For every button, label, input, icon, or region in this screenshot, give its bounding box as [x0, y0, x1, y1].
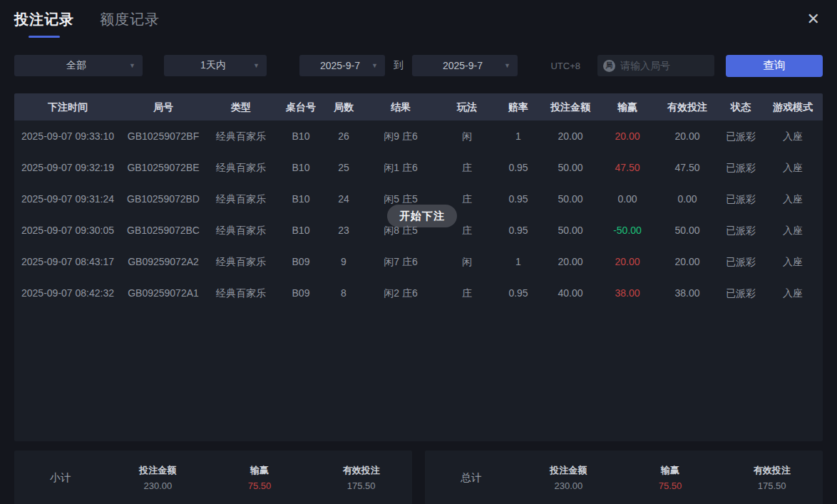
cell-round: 8 — [325, 277, 362, 309]
cell-result: 闲7 庄6 — [362, 246, 439, 277]
cell-game-id: GB10259072BE — [121, 152, 205, 183]
date-to-select[interactable]: 2025-9-7 ▼ — [412, 55, 518, 76]
cell-bet: 50.00 — [542, 183, 599, 215]
cell-time: 2025-09-07 09:30:05 — [14, 215, 121, 246]
total-panel: 总计 投注金额 230.00 输赢 75.50 有效投注 175.50 — [425, 451, 823, 504]
game-id-search[interactable]: 局 — [597, 55, 714, 76]
chevron-down-icon: ▼ — [129, 62, 135, 69]
cell-winloss: 20.00 — [599, 246, 656, 277]
cell-play: 闲 — [439, 120, 495, 152]
cell-game-id: GB09259072A1 — [121, 277, 205, 309]
col-table-no: 桌台号 — [277, 93, 325, 120]
col-bet-amount: 投注金额 — [542, 93, 599, 120]
date-from-select[interactable]: 2025-9-7 ▼ — [299, 55, 385, 76]
cell-odds: 1 — [495, 120, 542, 152]
cell-winloss: 47.50 — [599, 152, 656, 183]
cell-winloss: 38.00 — [599, 277, 656, 309]
col-play: 玩法 — [439, 93, 495, 120]
col-game-id: 局号 — [121, 93, 205, 120]
date-range-select[interactable]: 1天内 ▼ — [164, 55, 267, 76]
cell-status: 已派彩 — [719, 246, 763, 277]
bet-type-select[interactable]: 全部 ▼ — [14, 55, 143, 76]
col-status: 状态 — [719, 93, 763, 120]
top-bar: 投注记录 额度记录 ✕ — [0, 0, 837, 38]
cell-table-no: B10 — [277, 183, 325, 215]
bet-type-select-value: 全部 — [14, 59, 143, 72]
cell-game-id: GB10259072BD — [121, 183, 205, 215]
subtotal-valid-bet: 有效投注 175.50 — [310, 464, 412, 491]
date-range-select-value: 1天内 — [164, 59, 267, 72]
cell-status: 已派彩 — [719, 152, 763, 183]
cell-winloss: 20.00 — [599, 120, 656, 152]
cell-mode: 入座 — [763, 183, 823, 215]
cell-result: 闲9 庄6 — [362, 120, 439, 152]
cell-play: 闲 — [439, 246, 495, 277]
cell-type: 经典百家乐 — [205, 277, 277, 309]
cell-bet: 50.00 — [542, 215, 599, 246]
cell-mode: 入座 — [763, 277, 823, 309]
cell-winloss: 0.00 — [599, 183, 656, 215]
cell-game-id: GB10259072BC — [121, 215, 205, 246]
cell-valid: 20.00 — [656, 120, 719, 152]
cell-odds: 0.95 — [495, 183, 542, 215]
cell-type: 经典百家乐 — [205, 246, 277, 277]
cell-type: 经典百家乐 — [205, 152, 277, 183]
cell-time: 2025-09-07 09:31:24 — [14, 183, 121, 215]
total-label: 总计 — [425, 471, 518, 485]
cell-valid: 20.00 — [656, 246, 719, 277]
cell-game-id: GB09259072A2 — [121, 246, 205, 277]
query-button[interactable]: 查询 — [726, 55, 823, 77]
chevron-down-icon: ▼ — [504, 62, 510, 69]
timezone-label: UTC+8 — [550, 61, 580, 71]
col-odds: 赔率 — [495, 93, 542, 120]
table-header-row: 下注时间 局号 类型 桌台号 局数 结果 玩法 赔率 投注金额 输赢 有效投注 … — [14, 93, 823, 120]
chevron-down-icon: ▼ — [371, 62, 378, 69]
chevron-down-icon: ▼ — [253, 62, 260, 69]
cell-result: 闲2 庄6 — [362, 277, 439, 309]
cell-status: 已派彩 — [719, 277, 763, 309]
cell-round: 25 — [325, 152, 362, 183]
cell-mode: 入座 — [763, 246, 823, 277]
date-to-value: 2025-9-7 — [412, 60, 518, 71]
cell-valid: 50.00 — [656, 215, 719, 246]
close-icon[interactable]: ✕ — [804, 10, 823, 29]
cell-round: 23 — [325, 215, 362, 246]
cell-valid: 47.50 — [656, 152, 719, 183]
cell-time: 2025-09-07 09:33:10 — [14, 120, 121, 152]
records-table: 下注时间 局号 类型 桌台号 局数 结果 玩法 赔率 投注金额 输赢 有效投注 … — [14, 93, 823, 441]
cell-status: 已派彩 — [719, 120, 763, 152]
cell-odds: 0.95 — [495, 215, 542, 246]
cell-mode: 入座 — [763, 215, 823, 246]
table-row: 2025-09-07 09:33:10GB10259072BF经典百家乐B102… — [14, 120, 823, 152]
tab-quota-records[interactable]: 额度记录 — [100, 10, 160, 38]
table-row: 2025-09-07 09:32:19GB10259072BE经典百家乐B102… — [14, 152, 823, 183]
cell-table-no: B10 — [277, 152, 325, 183]
col-bet-time: 下注时间 — [14, 93, 121, 120]
cell-status: 已派彩 — [719, 183, 763, 215]
cell-table-no: B10 — [277, 120, 325, 152]
subtotal-bet-amount: 投注金额 230.00 — [107, 464, 209, 491]
total-bet-amount: 投注金额 230.00 — [518, 464, 620, 491]
cell-type: 经典百家乐 — [205, 120, 277, 152]
cell-time: 2025-09-07 08:43:17 — [14, 246, 121, 277]
cell-table-no: B09 — [277, 246, 325, 277]
col-result: 结果 — [362, 93, 439, 120]
active-tab-underline — [29, 36, 60, 38]
cell-mode: 入座 — [763, 120, 823, 152]
subtotal-panel: 小计 投注金额 230.00 输赢 75.50 有效投注 175.50 — [14, 451, 412, 504]
cell-odds: 0.95 — [495, 152, 542, 183]
tab-quota-records-label: 额度记录 — [100, 10, 160, 29]
cell-bet: 40.00 — [542, 277, 599, 309]
tab-bet-records[interactable]: 投注记录 — [14, 10, 74, 38]
cell-bet: 20.00 — [542, 120, 599, 152]
cell-time: 2025-09-07 09:32:19 — [14, 152, 121, 183]
game-id-search-input[interactable] — [620, 60, 709, 71]
total-valid-bet: 有效投注 175.50 — [721, 464, 823, 491]
cell-time: 2025-09-07 08:42:32 — [14, 277, 121, 309]
table-row: 2025-09-07 08:42:32GB09259072A1经典百家乐B098… — [14, 277, 823, 309]
subtotal-label: 小计 — [14, 471, 107, 485]
cell-bet: 20.00 — [542, 246, 599, 277]
cell-mode: 入座 — [763, 152, 823, 183]
cell-odds: 0.95 — [495, 277, 542, 309]
cell-odds: 1 — [495, 246, 542, 277]
